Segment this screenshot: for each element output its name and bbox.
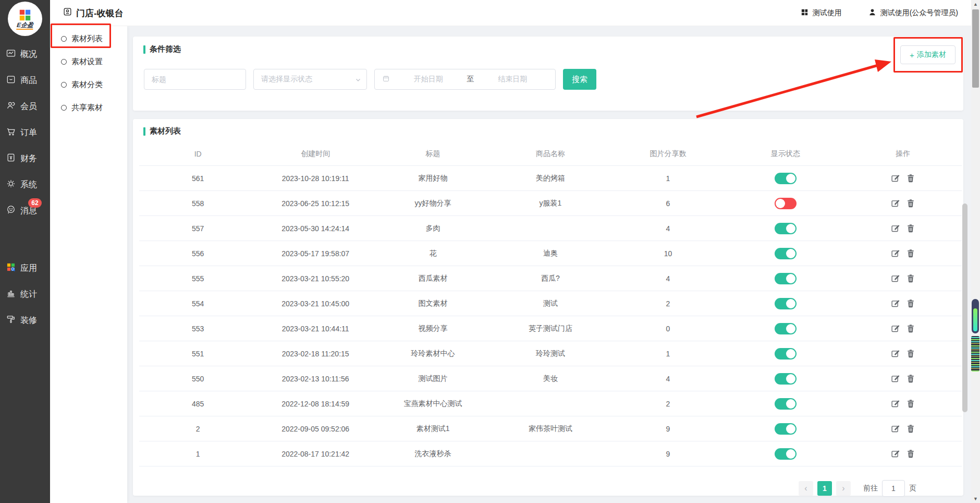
status-toggle[interactable] [775, 323, 797, 334]
account-menu[interactable]: 测试使用(公众号管理员) [868, 8, 958, 18]
cell-product: 美妆 [492, 374, 609, 384]
goto-page-input[interactable] [882, 480, 905, 497]
submenu-item-material-settings[interactable]: 素材设置 [50, 50, 127, 73]
sidebar-item-members[interactable]: 会员 [0, 93, 50, 119]
table-row: 1 2022-08-17 10:21:42 洗衣液秒杀 9 [139, 441, 962, 466]
user-icon [868, 8, 877, 18]
column-header-title: 标题 [374, 149, 492, 159]
toggle-knob [786, 274, 795, 283]
topbar: 门店-收银台 测试使用 测试使用(公众号管理员) [50, 0, 980, 26]
delete-icon[interactable] [906, 424, 915, 433]
scroll-up-arrow[interactable]: ▲ [971, 1, 980, 8]
delete-icon[interactable] [906, 324, 915, 333]
status-select-placeholder: 请选择显示状态 [261, 75, 312, 84]
next-page-button[interactable]: › [836, 481, 851, 496]
status-toggle[interactable] [775, 348, 797, 360]
scrollbar-thumb[interactable] [972, 9, 979, 88]
delete-icon[interactable] [906, 399, 915, 408]
status-toggle[interactable] [775, 248, 797, 259]
toggle-knob [776, 199, 785, 208]
toggle-knob [786, 349, 795, 358]
status-toggle[interactable] [775, 173, 797, 184]
status-toggle[interactable] [775, 298, 797, 309]
submenu-item-material-list[interactable]: 素材列表 [50, 27, 127, 50]
cell-actions [844, 374, 962, 383]
delete-icon[interactable] [906, 299, 915, 308]
cell-title: 玲玲素材中心 [374, 349, 492, 358]
sidebar-item-stats[interactable]: 统计 [0, 281, 50, 307]
status-toggle[interactable] [775, 373, 797, 385]
main-sidebar: E企盈 概况 商品 会员 订单 财务 系统 消息 62 [0, 0, 50, 503]
date-range-picker[interactable]: 开始日期 至 结束日期 [374, 69, 556, 90]
cell-shares: 1 [609, 350, 727, 358]
section-accent-bar [143, 127, 145, 136]
goto-label: 前往 [863, 484, 878, 493]
edit-icon[interactable] [891, 274, 900, 283]
edit-icon[interactable] [891, 249, 900, 258]
edit-icon[interactable] [891, 449, 900, 458]
edit-icon[interactable] [891, 299, 900, 308]
extension-widget-gradient[interactable] [972, 299, 979, 333]
cell-title: 视频分享 [374, 324, 492, 333]
status-select[interactable]: 请选择显示状态 [253, 69, 367, 90]
edit-icon[interactable] [891, 199, 900, 208]
status-toggle[interactable] [775, 273, 797, 284]
cell-created: 2023-05-30 14:24:14 [256, 224, 374, 233]
status-toggle[interactable] [775, 448, 797, 460]
browser-scrollbar[interactable]: ▲ ▼ [971, 0, 980, 503]
inner-scrollbar-thumb[interactable] [962, 203, 967, 412]
workspace-switcher[interactable]: 测试使用 [800, 8, 842, 18]
sidebar-item-overview[interactable]: 概况 [0, 41, 50, 67]
sidebar-item-finance[interactable]: 财务 [0, 146, 50, 172]
edit-icon[interactable] [891, 374, 900, 383]
delete-icon[interactable] [906, 449, 915, 458]
cell-created: 2022-12-08 18:14:59 [256, 400, 374, 408]
scroll-down-arrow[interactable]: ▼ [971, 495, 980, 502]
message-icon [6, 205, 16, 217]
sidebar-item-decorate[interactable]: 装修 [0, 307, 50, 333]
delete-icon[interactable] [906, 249, 915, 258]
filter-section-title: 条件筛选 [150, 44, 181, 54]
delete-icon[interactable] [906, 199, 915, 208]
pagination: ‹ 1 › 前往 页 [799, 480, 916, 497]
edit-icon[interactable] [891, 224, 900, 233]
status-toggle[interactable] [775, 423, 797, 435]
status-toggle[interactable] [775, 398, 797, 410]
extension-widget-striped[interactable] [971, 336, 979, 372]
sidebar-item-apps[interactable]: 应用 [0, 255, 50, 281]
topbar-right: 测试使用 测试使用(公众号管理员) [800, 0, 958, 26]
sidebar-item-system[interactable]: 系统 [0, 172, 50, 198]
cell-shares: 9 [609, 425, 727, 433]
search-button[interactable]: 搜索 [563, 69, 596, 90]
sidebar-item-messages[interactable]: 消息 62 [0, 198, 50, 224]
cell-status [727, 348, 844, 360]
current-page-button[interactable]: 1 [817, 481, 832, 496]
cell-created: 2022-08-17 10:21:42 [256, 450, 374, 458]
delete-icon[interactable] [906, 174, 915, 183]
prev-page-button[interactable]: ‹ [799, 481, 813, 496]
cell-shares: 4 [609, 274, 727, 283]
delete-icon[interactable] [906, 349, 915, 358]
title-input[interactable] [144, 69, 246, 90]
edit-icon[interactable] [891, 349, 900, 358]
submenu-item-material-category[interactable]: 素材分类 [50, 73, 127, 96]
add-material-button[interactable]: + 添加素材 [900, 45, 956, 64]
status-toggle[interactable] [775, 223, 797, 234]
status-toggle[interactable] [775, 198, 797, 209]
toggle-knob [786, 399, 795, 409]
goto-page-wrap: 前往 页 [863, 480, 916, 497]
cell-product: 西瓜? [492, 274, 609, 283]
edit-icon[interactable] [891, 424, 900, 433]
sidebar-item-goods[interactable]: 商品 [0, 67, 50, 93]
edit-icon[interactable] [891, 174, 900, 183]
delete-icon[interactable] [906, 274, 915, 283]
delete-icon[interactable] [906, 374, 915, 383]
edit-icon[interactable] [891, 399, 900, 408]
edit-icon[interactable] [891, 324, 900, 333]
filter-card: 条件筛选 请选择显示状态 开始日期 至 结束日期 搜索 [133, 37, 963, 111]
delete-icon[interactable] [906, 224, 915, 233]
sidebar-item-orders[interactable]: 订单 [0, 119, 50, 146]
sidebar-item-label: 系统 [20, 179, 37, 190]
app-logo[interactable]: E企盈 [8, 2, 42, 36]
submenu-item-shared-material[interactable]: 共享素材 [50, 96, 127, 119]
